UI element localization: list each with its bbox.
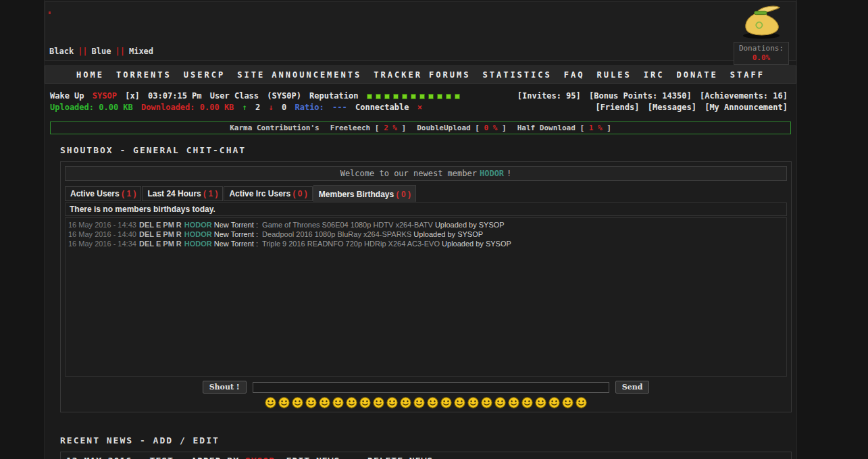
cry-emoji-icon[interactable] [576,397,587,408]
tab-members-birthdays[interactable]: Members Birthdays ( 0 ) [313,185,416,202]
goofy-emoji-icon[interactable] [319,397,330,408]
connectable-label: Connectable [355,103,409,112]
shout-input[interactable] [253,382,609,393]
shout-torrent-link[interactable]: Game of Thrones S06E04 1080p HDTV x264-B… [262,221,433,229]
yawn-emoji-icon[interactable] [373,397,384,408]
friends-link[interactable]: [Friends] [595,103,639,112]
shout-input-row: Shout ! Send [61,378,791,396]
tab-count: ( 1 ) [122,189,136,198]
wink-emoji-icon[interactable] [386,397,398,408]
edit-news-link[interactable]: EDIT NEWS [286,456,340,459]
welcome-username-link[interactable]: HODOR [480,169,504,178]
nav-item-faq[interactable]: FAQ [564,70,585,80]
worried-emoji-icon[interactable] [494,397,506,408]
eyebrows-emoji-icon[interactable] [521,397,533,408]
nav-item-donate[interactable]: DONATE [676,70,717,80]
money-bag-icon[interactable] [734,4,789,42]
clown-emoji-icon[interactable] [400,397,411,408]
karma-item-bracket: ] [603,124,611,132]
nav-item-usercp[interactable]: USERCP [184,70,225,80]
shout-button[interactable]: Shout ! [203,381,247,394]
whistle-emoji-icon[interactable] [427,397,438,408]
shout-action-e[interactable]: E [156,240,161,248]
frown-emoji-icon[interactable] [440,397,452,408]
pout-emoji-icon[interactable] [467,397,479,408]
laugh-emoji-icon[interactable] [292,397,303,408]
nav-item-staff[interactable]: STAFF [730,70,765,80]
shout-action-e[interactable]: E [156,221,161,229]
smile-emoji-icon[interactable] [265,397,276,408]
delete-news-link[interactable]: DELETE NEWS [367,456,433,459]
karma-item-bracket: ] [497,124,506,132]
tab-last-24-hours[interactable]: Last 24 Hours ( 1 ) [142,186,223,201]
shout-username-link[interactable]: HODOR [184,240,212,248]
nav-item-torrents[interactable]: TORRENTS [116,70,172,80]
nav-item-site-announcements[interactable]: SITE ANNOUNCEMENTS [237,70,361,80]
user-class-value: (SYS0P) [267,91,301,101]
nav-item-home[interactable]: HOME [76,70,104,80]
achievements-link[interactable]: [Achievements: 16] [700,91,788,101]
username[interactable]: SYSOP [93,91,117,101]
nav-item-tracker-forums[interactable]: TRACKER FORUMS [374,70,470,80]
shout-action-r[interactable]: R [176,221,182,229]
shout-action-r[interactable]: R [176,230,182,238]
shout-list: 16 May 2016 - 14:43 DELEPMRHODOR New Tor… [65,217,787,377]
theme-link-black[interactable]: Black [49,47,74,56]
karma-item-value: 0 % [484,124,498,132]
uploaded-stat: Uploaded: 0.00 KB [50,103,133,112]
karma-title: Karma Contribution's [230,124,319,132]
news-author-link[interactable]: SYSOP [245,456,275,459]
reputation-square [393,94,399,99]
censored-emoji-icon[interactable] [508,397,519,408]
theme-link-blue[interactable]: Blue [92,47,111,56]
nav-item-rules[interactable]: RULES [597,70,632,80]
nav-item-statistics[interactable]: STATISTICS [483,70,552,80]
user-class-label: User Class [210,91,259,101]
grin-emoji-icon[interactable] [278,397,290,408]
pray-emoji-icon[interactable] [481,397,492,408]
shout-action-r[interactable]: R [176,240,182,248]
shout-action-del[interactable]: DEL [139,240,154,248]
bonus-points-link[interactable]: [Bonus Points: 14350] [589,91,692,101]
shout-username-link[interactable]: HODOR [184,230,212,238]
angel-emoji-icon[interactable] [413,397,425,408]
shout-username-link[interactable]: HODOR [184,221,212,229]
tab-active-irc-users[interactable]: Active Irc Users ( 0 ) [224,186,312,201]
send-button[interactable]: Send [615,381,650,394]
reputation-square [402,94,407,99]
donations-value: 0.0% [736,53,787,62]
shout-action-del[interactable]: DEL [139,221,154,229]
smirk-emoji-icon[interactable] [346,397,357,408]
devil-emoji-icon[interactable] [359,397,371,408]
nerd-emoji-icon[interactable] [562,397,573,408]
shout-action-pm[interactable]: PM [163,230,174,238]
user-links-row-1: [Invites: 95] [Bonus Points: 14350] [Ach… [517,90,791,102]
reputation-square [437,94,442,99]
shout-torrent-link[interactable]: Deadpool 2016 1080p BluRay x264-SPARKS [262,230,411,238]
my-announcement-link[interactable]: [My Announcement] [705,103,788,112]
messages-link[interactable]: [Messages] [648,103,696,112]
shout-torrent-link[interactable]: Triple 9 2016 READNFO 720p HDRip X264 AC… [262,240,440,248]
squint-laugh-emoji-icon[interactable] [332,397,344,408]
user-info-bar: Wake Up SYSOP [x] 03:07:15 Pm User Class… [45,88,796,117]
tab-count: ( 0 ) [397,190,411,199]
tab-active-users[interactable]: Active Users ( 1 ) [65,186,141,201]
close-link[interactable]: [x] [125,91,140,101]
main-nav: HOMETORRENTSUSERCPSITE ANNOUNCEMENTSTRAC… [45,65,796,84]
blush-emoji-icon[interactable] [454,397,465,408]
shout-action-del[interactable]: DEL [139,230,154,238]
shout-action-pm[interactable]: PM [163,240,174,248]
reputation-square [411,94,416,99]
sleepy-emoji-icon[interactable] [548,397,560,408]
news-item-title: 12 MAY 2016 - TEST - ADDED BY SYSOP EDIT… [61,452,791,459]
theme-link-mixed[interactable]: Mixed [129,47,153,56]
user-status: Wake Up SYSOP [x] 03:07:15 Pm User Class… [50,90,467,102]
nav-item-irc[interactable]: IRC [644,70,665,80]
shout-action-e[interactable]: E [156,230,161,238]
tongue-emoji-icon[interactable] [535,397,546,408]
welcome-banner: Welcome to our newest memberHODOR! [65,166,787,181]
invites-link[interactable]: [Invites: 95] [517,91,581,101]
welcome-suffix: ! [507,169,511,178]
big-grin-emoji-icon[interactable] [305,397,317,408]
shout-action-pm[interactable]: PM [163,221,174,229]
